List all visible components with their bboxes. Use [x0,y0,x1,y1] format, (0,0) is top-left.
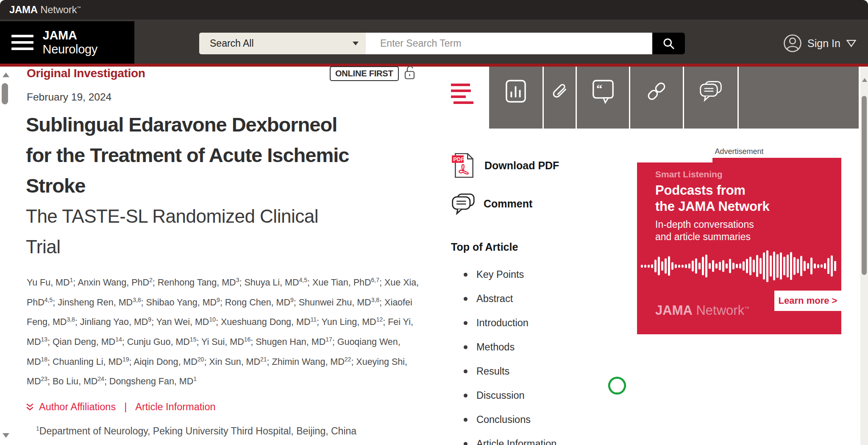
openai-logo-icon [607,376,627,395]
tab-figures[interactable] [489,67,542,129]
header-divider [0,64,868,67]
ad-title: Podcasts fromthe JAMA Network [655,182,770,215]
advertisement-label: Advertisement [637,147,841,156]
ad-notch [637,158,712,162]
author-link[interactable]: Rong Chen, MD9 [225,297,294,308]
page-scroll-up-arrow[interactable] [862,78,867,82]
article-meta-links: Author Affiliations | Article Informatio… [25,401,216,413]
author-link[interactable]: Xin Sun, MD21 [209,357,267,367]
svg-text:PDF: PDF [453,156,464,162]
brand-tm: ™ [77,6,81,10]
author-affiliations-link[interactable]: Author Affiliations [39,401,116,413]
toc-item[interactable]: Article Information [464,432,556,445]
search-button[interactable] [652,33,685,54]
link-divider: | [124,401,127,413]
author-link[interactable]: Jinsheng Ren, MD3,8 [58,297,141,308]
article-information-link[interactable]: Article Information [135,401,215,413]
author-link[interactable]: Shunwei Zhu, MD3,8 [299,297,379,308]
author-link[interactable]: Zhimin Wang, MD22 [272,357,351,367]
article-scrollbar-thumb[interactable] [2,83,8,104]
toc-item[interactable]: Discussion [464,383,556,408]
journal-home-block[interactable]: JAMA Neurology [0,21,134,64]
comment-icon [451,192,476,216]
comment-button[interactable]: Comment [451,192,532,216]
article-category[interactable]: Original Investigation [27,67,145,80]
audio-waveform-icon [641,247,837,285]
figures-icon [505,79,526,104]
toc-item[interactable]: Methods [464,335,556,359]
affiliation-footnote: 1Department of Neurology, Peking Univers… [36,425,356,437]
online-first-badge: ONLINE FIRST [330,66,399,81]
author-link[interactable]: Yun Ling, MD12 [322,317,383,327]
topbar: JAMA Network™ [0,0,868,20]
search-scope-select[interactable]: Search All [199,33,366,54]
brand-bold: JAMA [9,4,38,15]
page: JAMA Network™ JAMA Neurology Search All [0,0,868,445]
comment-label: Comment [484,198,532,210]
toc-item[interactable]: Conclusions [464,408,556,432]
author-link[interactable]: Cunju Guo, MD15 [127,337,197,347]
download-pdf-button[interactable]: PDF Download PDF [451,152,559,179]
open-lock-icon [403,64,416,81]
tab-supplemental[interactable] [544,67,576,129]
author-link[interactable]: Xueshuang Dong, MD11 [221,317,317,327]
scroll-up-arrow[interactable] [3,73,9,77]
learn-more-button[interactable]: Learn more > [774,291,841,311]
author-link[interactable]: Chuanling Li, MD19 [53,357,129,367]
toc-item[interactable]: Key Points [464,263,556,287]
jama-network-logo[interactable]: JAMA Network™ [9,4,81,16]
tab-cite[interactable]: “ [577,67,629,129]
comments-icon [699,79,723,103]
contents-icon [450,82,478,105]
scroll-down-arrow[interactable] [3,433,9,438]
download-pdf-label: Download PDF [484,160,559,172]
author-link[interactable]: Yi Sui, MD16 [201,337,250,347]
sign-in-button[interactable]: Sign In [783,32,857,54]
site-header: JAMA Neurology Search All Sign In [0,20,868,64]
page-scrollbar-thumb[interactable] [862,96,867,275]
author-link[interactable]: Bo Liu, MD24 [53,376,104,386]
author-link[interactable]: Qian Deng, MD14 [53,337,122,347]
author-link[interactable]: Yu Fu, MD1 [27,277,73,288]
publish-date: February 19, 2024 [27,91,111,103]
pdf-file-icon: PDF [451,152,476,179]
avatar-icon [783,34,802,53]
author-link[interactable]: Shuya Li, MD4,5 [244,277,307,288]
search-scope-value: Search All [210,38,254,49]
supplemental-icon [548,79,571,104]
author-link[interactable]: Shugen Han, MD17 [256,337,332,347]
tab-related[interactable] [630,67,683,129]
author-link[interactable]: Dongsheng Fan, MD1 [109,376,197,386]
author-link[interactable]: Yan Wei, MD10 [156,317,216,327]
tab-comments[interactable] [684,67,737,129]
toc-item[interactable]: Results [464,359,556,383]
ad-eyebrow: Smart Listening [655,169,723,179]
advertisement-banner[interactable]: Smart Listening Podcasts fromthe JAMA Ne… [637,158,841,334]
author-link[interactable]: Shibao Yang, MD9 [146,297,220,308]
cite-icon: “ [592,79,614,104]
menu-icon[interactable] [11,31,33,54]
author-link[interactable]: Jinliang Yao, MD9 [80,317,151,327]
brand-regular: Network [40,4,77,15]
article-title: Sublingual Edaravone Dexborneolfor the T… [26,109,433,201]
author-link[interactable]: Renhong Tang, MD3 [158,277,239,288]
article-subtitle: The TASTE-SL Randomized ClinicalTrial [26,201,433,262]
search-input[interactable] [366,33,652,54]
toc-list: Key PointsAbstractIntroductionMethodsRes… [464,263,556,445]
double-chevron-down-icon [25,403,34,411]
chevron-down-icon [353,42,359,45]
ad-jama-network-logo: JAMA Network™ [655,303,749,318]
ad-description: In-depth conversationsand article summar… [655,218,754,243]
tab-contents[interactable] [440,67,488,129]
search-icon [662,37,676,50]
toc-title: Top of Article [451,241,518,253]
toc-item[interactable]: Introduction [464,311,556,335]
author-link[interactable]: Xue Tian, PhD6,7 [312,277,379,288]
author-link[interactable]: Aiqin Dong, MD20 [134,357,204,367]
author-list: Yu Fu, MD1; Anxin Wang, PhD2; Renhong Ta… [27,271,420,390]
svg-text:“: “ [596,82,602,95]
author-link[interactable]: Anxin Wang, PhD2 [78,277,153,288]
chevron-down-outline-icon [846,39,857,48]
journal-title[interactable]: JAMA Neurology [43,28,134,56]
toc-item[interactable]: Abstract [464,287,556,311]
